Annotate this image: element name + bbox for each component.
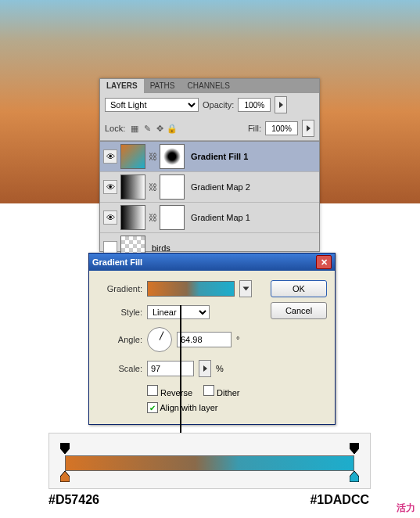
layer-row[interactable]: 👁 ⛓ Gradient Map 2	[100, 172, 319, 203]
scale-unit: %	[216, 364, 224, 373]
layers-panel: LAYERS PATHS CHANNELS Soft Light Opacity…	[99, 78, 320, 252]
gradient-preview[interactable]	[147, 281, 235, 297]
hex-left: #D57426	[48, 493, 99, 507]
tab-layers[interactable]: LAYERS	[100, 79, 144, 93]
layer-mask-thumb[interactable]	[160, 205, 185, 230]
gradient-picker-button[interactable]	[239, 280, 252, 297]
visibility-icon[interactable]: 👁	[103, 210, 117, 225]
opacity-stop-right[interactable]	[350, 443, 359, 454]
gradient-editor	[48, 433, 371, 489]
link-icon[interactable]: ⛓	[149, 213, 156, 222]
visibility-icon[interactable]: 👁	[103, 149, 117, 164]
style-select[interactable]: Linear	[147, 305, 210, 319]
layer-thumb[interactable]	[120, 144, 145, 169]
dialog-title: Gradient Fill	[92, 257, 142, 267]
svg-marker-0	[60, 443, 70, 454]
cancel-button[interactable]: Cancel	[271, 302, 327, 319]
annotation-arrow	[180, 305, 181, 442]
layer-name[interactable]: Gradient Map 1	[191, 213, 250, 222]
gradient-track[interactable]	[65, 455, 354, 471]
layer-mask-thumb[interactable]	[160, 174, 185, 200]
opacity-stop-left[interactable]	[60, 443, 70, 454]
hex-right: #1DADCC	[310, 493, 369, 507]
style-label: Style:	[97, 308, 142, 317]
scale-input[interactable]: 97	[147, 361, 194, 376]
svg-marker-2	[60, 471, 70, 482]
scale-flyout[interactable]	[199, 360, 211, 377]
tab-paths[interactable]: PATHS	[144, 79, 181, 93]
lock-all-icon[interactable]: 🔒	[167, 123, 178, 134]
align-checkbox[interactable]: ✔ Align with layer	[147, 402, 217, 413]
lock-transparent-icon[interactable]: ▦	[129, 123, 140, 134]
angle-wheel[interactable]	[147, 327, 172, 352]
layer-name[interactable]: birds	[152, 243, 171, 253]
reverse-checkbox[interactable]: Reverse	[147, 385, 192, 397]
visibility-icon[interactable]: 👁	[103, 180, 117, 194]
gradient-label: Gradient:	[97, 284, 142, 293]
layer-name[interactable]: Gradient Fill 1	[191, 152, 248, 161]
layer-row[interactable]: 👁 ⛓ Gradient Map 1	[100, 203, 319, 233]
layer-list: 👁 ⛓ Gradient Fill 1 👁 ⛓ Gradient Map 2 👁…	[100, 141, 319, 264]
color-stop-right[interactable]	[350, 471, 359, 482]
layer-row[interactable]: 👁 ⛓ Gradient Fill 1	[100, 142, 319, 172]
fill-flyout[interactable]	[302, 120, 314, 137]
scale-label: Scale:	[97, 364, 142, 373]
lock-position-icon[interactable]: ✥	[154, 123, 165, 134]
svg-marker-1	[350, 443, 359, 454]
lock-image-icon[interactable]: ✎	[142, 123, 153, 134]
panel-tabs: LAYERS PATHS CHANNELS	[100, 79, 319, 93]
layer-thumb[interactable]	[120, 174, 145, 200]
svg-marker-3	[350, 471, 359, 482]
link-icon[interactable]: ⛓	[149, 182, 156, 192]
layer-mask-thumb[interactable]	[160, 144, 185, 169]
dialog-titlebar[interactable]: Gradient Fill ✕	[89, 254, 335, 271]
angle-input[interactable]: 64.98	[177, 332, 232, 347]
fill-label: Fill:	[248, 124, 261, 133]
layer-thumb[interactable]	[120, 205, 145, 230]
angle-unit: °	[236, 335, 239, 344]
opacity-flyout[interactable]	[275, 96, 287, 113]
fill-input[interactable]: 100%	[265, 121, 298, 135]
hex-labels: #D57426 #1DADCC	[48, 493, 369, 507]
dither-checkbox[interactable]: Dither	[203, 385, 239, 397]
gradient-fill-dialog: Gradient Fill ✕ OK Cancel Gradient: Styl…	[88, 253, 336, 425]
opacity-label: Opacity:	[203, 100, 234, 110]
color-stop-left[interactable]	[60, 471, 70, 482]
blend-mode-select[interactable]: Soft Light	[105, 98, 199, 112]
close-icon[interactable]: ✕	[316, 255, 332, 269]
angle-label: Angle:	[97, 335, 142, 344]
tab-channels[interactable]: CHANNELS	[181, 79, 236, 93]
ok-button[interactable]: OK	[271, 280, 327, 297]
watermark: 活力	[397, 502, 415, 515]
layer-name[interactable]: Gradient Map 2	[191, 182, 250, 192]
lock-label: Lock:	[105, 124, 125, 133]
link-icon[interactable]: ⛓	[149, 152, 156, 161]
opacity-input[interactable]: 100%	[238, 98, 271, 112]
